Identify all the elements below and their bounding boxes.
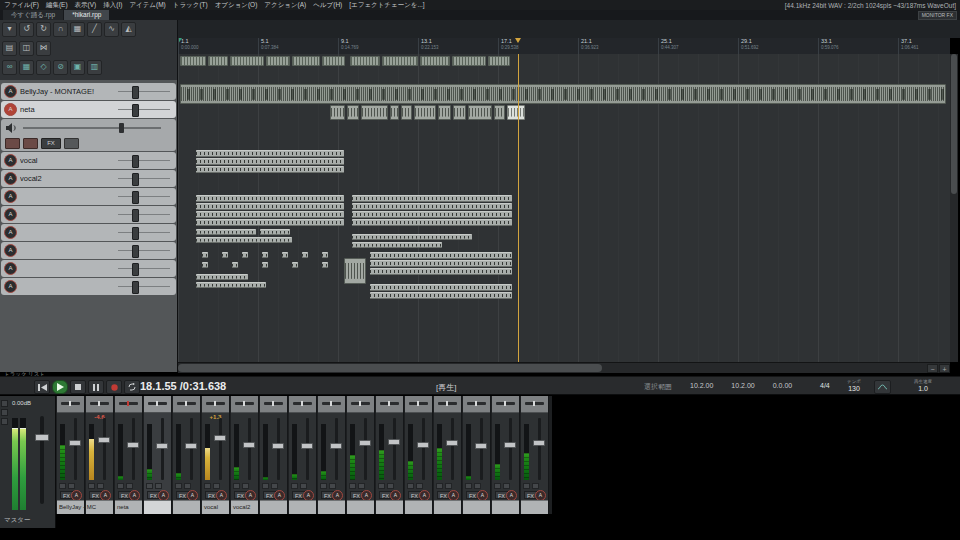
track-volume-slider[interactable]: [118, 263, 170, 274]
ruler-segment[interactable]: 25.10:44.307: [658, 38, 738, 54]
zoom-in-button[interactable]: +: [939, 364, 950, 373]
selection-length[interactable]: 0.0.00: [773, 382, 792, 392]
solo-button[interactable]: [387, 483, 394, 489]
group-icon[interactable]: ◫: [19, 41, 34, 56]
media-item[interactable]: [292, 262, 298, 268]
mute-button[interactable]: [175, 483, 182, 489]
media-item[interactable]: [494, 105, 505, 120]
fader-cap[interactable]: [127, 442, 139, 448]
record-arm-button[interactable]: A: [4, 172, 17, 185]
repeat-button[interactable]: [124, 380, 140, 394]
track-volume-slider[interactable]: [118, 155, 170, 166]
menu-item[interactable]: アクション(A): [264, 1, 306, 10]
track-volume-slider[interactable]: [118, 227, 170, 238]
media-item[interactable]: [196, 150, 344, 157]
strip-name[interactable]: [173, 500, 200, 514]
time-signature[interactable]: 4/4: [820, 382, 830, 389]
track-row[interactable]: A: [1, 188, 176, 205]
mute-button[interactable]: [465, 483, 472, 489]
monitor-button[interactable]: [23, 138, 38, 149]
pan-slider[interactable]: [206, 402, 225, 405]
arrange-view-icon[interactable]: ▾: [2, 22, 17, 37]
pan-slider[interactable]: [467, 402, 486, 405]
media-item[interactable]: [196, 219, 344, 226]
track-row[interactable]: A: [1, 242, 176, 259]
media-item[interactable]: [370, 260, 512, 267]
media-item[interactable]: [262, 252, 268, 258]
media-item[interactable]: [352, 234, 472, 240]
strip-name[interactable]: vocal2: [231, 500, 258, 514]
media-item[interactable]: [196, 195, 344, 202]
midi-editor-icon[interactable]: ◇: [36, 60, 51, 75]
fader-cap[interactable]: [69, 440, 81, 446]
solo-button[interactable]: [68, 483, 75, 489]
pan-slider[interactable]: [119, 402, 138, 405]
pan-thumb[interactable]: [127, 401, 129, 406]
record-arm-button[interactable]: A: [4, 190, 17, 203]
media-item[interactable]: [180, 56, 206, 66]
pan-slider[interactable]: [409, 402, 428, 405]
crossfade-icon[interactable]: ⋈: [36, 41, 51, 56]
menu-item[interactable]: ヘルプ(H): [313, 1, 342, 10]
track-volume-slider[interactable]: [118, 281, 170, 292]
strip-name[interactable]: [434, 500, 461, 514]
fader-cap[interactable]: [272, 443, 284, 449]
pan-thumb[interactable]: [417, 401, 419, 406]
fader-cap[interactable]: [156, 443, 168, 449]
mute-icon[interactable]: ⊘: [53, 60, 68, 75]
master-name[interactable]: マスター: [4, 516, 30, 525]
media-item[interactable]: [196, 237, 292, 243]
pan-thumb[interactable]: [243, 401, 245, 406]
mute-button[interactable]: [320, 483, 327, 489]
ruler-segment[interactable]: 13.10:22.153: [418, 38, 498, 54]
lock-icon[interactable]: ▥: [87, 60, 102, 75]
pan-slider[interactable]: [177, 402, 196, 405]
media-item[interactable]: [330, 105, 345, 120]
media-item[interactable]: [414, 105, 436, 120]
pan-thumb[interactable]: [504, 401, 506, 406]
mute-button[interactable]: [233, 483, 240, 489]
mute-button[interactable]: [349, 483, 356, 489]
stop-button[interactable]: [70, 380, 86, 394]
pan-slider[interactable]: [380, 402, 399, 405]
transport-position[interactable]: 18.1.55 /0:31.638: [140, 380, 226, 392]
media-item[interactable]: [352, 203, 512, 210]
media-item[interactable]: [232, 262, 238, 268]
tempo-control[interactable]: テンポ 130: [840, 379, 868, 393]
record-arm-button[interactable]: A: [4, 103, 17, 116]
menu-item[interactable]: 挿入(I): [103, 1, 122, 10]
mute-button[interactable]: [117, 483, 124, 489]
grid-icon[interactable]: ▦: [70, 22, 85, 37]
io-button[interactable]: [64, 138, 79, 149]
strip-name[interactable]: [289, 500, 316, 514]
media-item[interactable]: [453, 105, 466, 120]
media-item[interactable]: [322, 56, 345, 66]
media-item[interactable]: [196, 166, 344, 173]
strip-name[interactable]: [376, 500, 403, 514]
pan-thumb[interactable]: [185, 401, 187, 406]
media-item[interactable]: [202, 252, 208, 258]
solo-button[interactable]: [416, 483, 423, 489]
pan-slider[interactable]: [496, 402, 515, 405]
strip-name[interactable]: vocal: [202, 500, 229, 514]
media-item[interactable]: [507, 105, 525, 120]
arrange-area[interactable]: [178, 54, 950, 362]
selected-track-volume-slider[interactable]: [23, 122, 161, 134]
menu-item[interactable]: 表示(V): [75, 1, 97, 10]
media-item[interactable]: [390, 105, 399, 120]
slider-knob[interactable]: [119, 123, 124, 133]
media-item[interactable]: [230, 56, 264, 66]
mute-button[interactable]: [407, 483, 414, 489]
ruler-segment[interactable]: 29.10:51.692: [738, 38, 818, 54]
fader-cap[interactable]: [533, 440, 545, 446]
track-volume-slider[interactable]: [118, 191, 170, 202]
solo-button[interactable]: [242, 483, 249, 489]
vertical-scrollbar[interactable]: [950, 54, 958, 362]
fader-cap[interactable]: [359, 440, 371, 446]
track-row[interactable]: A: [1, 224, 176, 241]
media-item[interactable]: [180, 84, 946, 104]
slider-knob[interactable]: [132, 191, 139, 204]
playrate-value[interactable]: 1.0: [902, 385, 944, 393]
media-item[interactable]: [266, 56, 290, 66]
track-row[interactable]: ABellyJay - MONTAGE!: [1, 83, 176, 100]
